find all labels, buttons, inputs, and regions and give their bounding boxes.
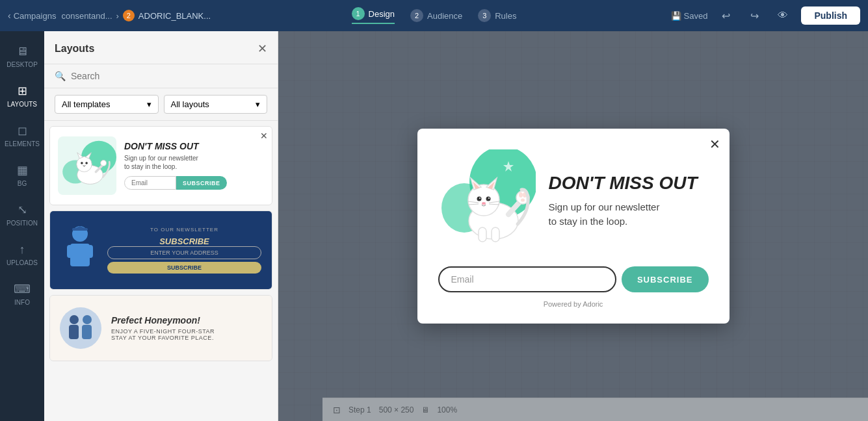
card1-form: SUBSCRIBE	[124, 176, 264, 190]
info-icon: ⌨	[15, 282, 29, 296]
step-design[interactable]: 1 Design	[352, 7, 395, 24]
svg-rect-20	[82, 325, 92, 339]
filter1-label: All templates	[62, 99, 110, 109]
sidebar-item-elements[interactable]: ◻ ELEMENTS	[0, 116, 44, 155]
sidebar-elements-label: ELEMENTS	[5, 140, 40, 147]
preview-button[interactable]: 👁	[772, 5, 793, 26]
sidebar-desktop-label: DESKTOP	[7, 61, 38, 68]
panel-title: Layouts	[55, 43, 94, 55]
redo-button[interactable]: ↪	[744, 5, 765, 26]
card1-image	[58, 136, 116, 195]
back-button[interactable]: ‹ Campaigns	[8, 10, 56, 21]
svg-rect-25	[479, 227, 486, 242]
chevron-down-icon: ▾	[147, 99, 151, 109]
layout-card-1[interactable]: ✕	[49, 126, 272, 205]
chevron-down-icon-2: ▾	[256, 99, 260, 109]
sidebar-item-position[interactable]: ⤡ POSITION	[0, 195, 44, 235]
step-rules[interactable]: 3 Rules	[478, 9, 516, 22]
svg-rect-19	[69, 325, 79, 339]
modal-subscribe-button[interactable]: SUBSCRIBE	[622, 266, 709, 292]
breadcrumb: consentand... › 2 ADORIC_BLANK...	[61, 10, 211, 21]
svg-point-7	[85, 162, 88, 164]
templates-filter[interactable]: All templates ▾	[55, 95, 159, 114]
modal-desc: Sign up for our newsletterto stay in the…	[549, 200, 709, 229]
card2-email-input[interactable]	[107, 246, 261, 259]
card1-title: DON'T MISS OUT	[124, 142, 264, 151]
layouts-icon: ⊞	[15, 84, 29, 98]
svg-rect-12	[67, 245, 72, 258]
layouts-filter[interactable]: All layouts ▾	[164, 95, 268, 114]
modal-overlay[interactable]: ✕	[278, 31, 868, 421]
chevron-left-icon: ‹	[8, 10, 11, 21]
panel-header: Layouts ✕	[44, 31, 278, 64]
filter-row: All templates ▾ All layouts ▾	[44, 88, 278, 121]
breadcrumb-2: ADORIC_BLANK...	[138, 11, 211, 21]
sidebar-item-uploads[interactable]: ↑ UPLOADS	[0, 235, 44, 274]
layout-card-2[interactable]: TO OUR NEWSLETTER SUBSCRIBE SUBSCRIBE	[49, 210, 272, 290]
svg-point-35	[488, 198, 490, 199]
modal-close-button[interactable]: ✕	[709, 136, 720, 152]
card3-text: Prefect Honeymoon! ENJOY A FIVE-NIGHT FO…	[111, 315, 264, 341]
publish-button[interactable]: Publish	[801, 6, 860, 25]
sidebar-bg-label: BG	[18, 180, 27, 187]
svg-point-17	[70, 315, 79, 324]
svg-point-45	[521, 199, 525, 202]
svg-point-3	[77, 157, 92, 172]
modal-form: SUBSCRIBE	[438, 266, 709, 292]
modal-footer-text: Powered by Adoric	[544, 300, 603, 308]
breadcrumb-1: consentand...	[61, 11, 112, 21]
saved-label: Saved	[684, 11, 708, 21]
layouts-panel: Layouts ✕ 🔍 All templates ▾ All layouts …	[44, 31, 278, 421]
svg-point-43	[519, 192, 523, 198]
saved-icon: 💾	[671, 11, 681, 21]
sidebar-item-layouts[interactable]: ⊞ LAYOUTS	[0, 76, 44, 116]
card2-content: TO OUR NEWSLETTER SUBSCRIBE SUBSCRIBE	[50, 211, 272, 289]
svg-rect-26	[492, 227, 499, 242]
svg-point-6	[81, 162, 83, 164]
card2-text: TO OUR NEWSLETTER SUBSCRIBE SUBSCRIBE	[107, 227, 261, 274]
sidebar-uploads-label: UPLOADS	[7, 259, 38, 266]
uploads-icon: ↑	[15, 242, 29, 257]
card2-sub: TO OUR NEWSLETTER	[107, 227, 261, 233]
svg-rect-13	[88, 245, 93, 258]
card2-subscribe-button[interactable]: SUBSCRIBE	[107, 262, 261, 274]
svg-point-16	[60, 307, 101, 349]
step-3-label: Rules	[495, 11, 516, 21]
panel-close-button[interactable]: ✕	[257, 42, 267, 56]
modal-title: DON'T MISS OUT	[549, 173, 709, 194]
position-icon: ⤡	[15, 203, 29, 217]
svg-point-27	[468, 185, 499, 216]
sidebar-item-info[interactable]: ⌨ INFO	[0, 274, 44, 314]
person-illustration	[60, 224, 99, 276]
modal-email-input[interactable]	[438, 266, 616, 292]
undo-button[interactable]: ↩	[715, 5, 736, 26]
step-audience[interactable]: 2 Audience	[410, 9, 462, 22]
modal-image	[438, 149, 536, 253]
search-bar: 🔍	[44, 64, 278, 88]
card1-email-input[interactable]	[124, 176, 176, 190]
step-3-num: 3	[478, 9, 491, 22]
sidebar-item-desktop[interactable]: 🖥 DESKTOP	[0, 36, 44, 76]
card1-content: DON'T MISS OUT Sign up for our newslette…	[50, 127, 272, 205]
card1-close[interactable]: ✕	[260, 131, 268, 141]
sidebar-layouts-label: LAYOUTS	[7, 101, 37, 108]
sidebar-item-bg[interactable]: ▦ BG	[0, 155, 44, 195]
step-1-num: 1	[352, 7, 365, 20]
breadcrumb-badge: 2	[123, 10, 135, 21]
card2-image	[60, 224, 99, 276]
modal-cat-illustration	[438, 149, 536, 253]
bg-icon: ▦	[15, 163, 29, 177]
layout-card-3[interactable]: Prefect Honeymoon! ENJOY A FIVE-NIGHT FO…	[49, 295, 272, 361]
cat-illustration-mini	[58, 140, 116, 192]
canvas-area: ✕	[278, 31, 868, 421]
step-2-num: 2	[410, 9, 423, 22]
main-layout: 🖥 DESKTOP ⊞ LAYOUTS ◻ ELEMENTS ▦ BG ⤡ PO…	[0, 31, 868, 421]
elements-icon: ◻	[15, 123, 29, 138]
card3-desc: ENJOY A FIVE-NIGHT FOUR-STARSTAY AT YOUR…	[111, 328, 264, 341]
search-input[interactable]	[71, 71, 267, 81]
search-icon: 🔍	[55, 71, 66, 81]
svg-point-34	[479, 198, 480, 199]
card1-subscribe-button[interactable]: SUBSCRIBE	[176, 176, 227, 190]
svg-point-33	[486, 197, 490, 201]
svg-point-36	[482, 202, 486, 205]
